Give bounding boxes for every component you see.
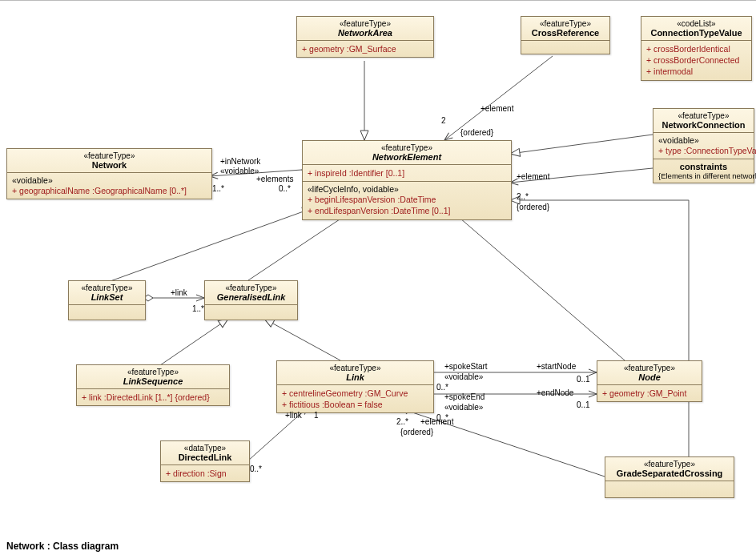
role-voidable: «voidable» (220, 167, 259, 175)
role-link: +link (171, 288, 187, 297)
role-spoke-start: +spokeStart (444, 362, 488, 371)
attr: + centrelineGeometry :GM_Curve (282, 388, 428, 399)
section-label: «lifeCycleInfo, voidable» (308, 184, 506, 194)
role-link-2: +link (285, 411, 302, 420)
role-voidable-2: «voidable» (444, 372, 483, 381)
class-link-set: «featureType» LinkSet (68, 280, 146, 320)
stereotype: «featureType» (12, 151, 207, 160)
mult-two: 2 (441, 116, 446, 125)
mult-one-star-2: 1..* (192, 304, 204, 313)
attr: + direction :Sign (166, 468, 244, 479)
mult-zero-star-4: 0..* (250, 464, 262, 473)
constraints-text: {Elements in different networks} (658, 171, 749, 180)
stereotype: «featureType» (74, 284, 140, 292)
stereotype: «codeList» (646, 19, 746, 28)
attr: + crossBorderConnected (646, 54, 746, 66)
class-name: Link (282, 372, 428, 382)
stereotype: «featureType» (602, 364, 697, 372)
role-element-3: +element (420, 417, 453, 426)
class-name: ConnectionTypeValue (646, 28, 746, 38)
attr: + geographicalName :GeographicalName [0.… (12, 185, 207, 196)
attr: + intermodal (646, 66, 746, 77)
class-node: «featureType» Node + geometry :GM_Point (597, 360, 702, 402)
class-directed-link: «dataType» DirectedLink + direction :Sig… (160, 440, 250, 482)
stereotype: «featureType» (658, 111, 749, 120)
mult-zero-star: 0..* (279, 184, 291, 193)
stereotype: «featureType» (282, 364, 428, 372)
role-spoke-end: +spokeEnd (444, 392, 485, 401)
class-connection-type-value: «codeList» ConnectionTypeValue + crossBo… (641, 16, 752, 81)
attr: + geometry :GM_Point (602, 388, 697, 399)
class-name: GeneralisedLink (210, 292, 292, 302)
ordered-2: {ordered} (517, 203, 549, 211)
class-network: «featureType» Network «voidable» + geogr… (6, 148, 212, 199)
stereotype: «featureType» (526, 19, 605, 28)
mult-two-star: 2..* (517, 192, 529, 201)
role-elements: +elements (256, 175, 293, 183)
role-end-node: +endNode (537, 388, 573, 397)
attr: + type :ConnectionTypeValue (658, 145, 749, 156)
stereotype: «featureType» (308, 143, 506, 152)
class-grade-separated-crossing: «featureType» GradeSeparatedCrossing (605, 456, 734, 498)
attr: + crossBorderIdentical (646, 43, 746, 54)
class-name: DirectedLink (166, 452, 244, 462)
mult-zero-star-2: 0..* (436, 383, 448, 392)
stereotype: «dataType» (166, 444, 244, 452)
section-label: «voidable» (12, 175, 207, 185)
attr: + endLifespanVersion :DateTime [0..1] (308, 205, 506, 216)
class-name: NetworkArea (302, 28, 428, 38)
mult-two-star-2: 2..* (396, 417, 408, 426)
section-label: «voidable» (658, 135, 749, 145)
class-generalised-link: «featureType» GeneralisedLink (204, 280, 298, 320)
class-name: Node (602, 372, 697, 382)
mult-zero-one-2: 0..1 (577, 400, 590, 409)
role-element-2: +element (517, 172, 549, 181)
diagram-canvas: «featureType» NetworkArea + geometry :GM… (0, 0, 756, 559)
attr: + inspireId :Identifier [0..1] (308, 167, 506, 179)
stereotype: «featureType» (302, 19, 428, 28)
class-name: NetworkConnection (658, 120, 749, 130)
class-name: Network (12, 160, 207, 170)
stereotype: «featureType» (82, 368, 224, 376)
class-network-area: «featureType» NetworkArea + geometry :GM… (296, 16, 434, 58)
mult-one: 1 (314, 411, 319, 420)
role-in-network: +inNetwork (220, 157, 260, 166)
stereotype: «featureType» (610, 460, 729, 469)
attr: + fictitious :Boolean = false (282, 399, 428, 410)
mult-zero-one: 0..1 (577, 375, 590, 384)
class-name: NetworkElement (308, 152, 506, 162)
class-network-element: «featureType» NetworkElement + inspireId… (302, 140, 512, 220)
attr: + geometry :GM_Surface (302, 43, 428, 54)
class-name: LinkSet (74, 292, 140, 302)
role-element-1: +element (481, 104, 513, 113)
class-name: LinkSequence (82, 376, 224, 386)
role-voidable-3: «voidable» (444, 403, 483, 412)
class-network-connection: «featureType» NetworkConnection «voidabl… (653, 108, 754, 183)
class-cross-reference: «featureType» CrossReference (521, 16, 610, 54)
mult-one-star: 1..* (212, 184, 224, 193)
ordered-1: {ordered} (460, 128, 493, 137)
class-link: «featureType» Link + centrelineGeometry … (276, 360, 434, 413)
constraints-header: constraints (658, 162, 749, 171)
stereotype: «featureType» (210, 284, 292, 292)
class-name: CrossReference (526, 28, 605, 38)
class-name: GradeSeparatedCrossing (610, 469, 729, 478)
attr: + link :DirectedLink [1..*] {ordered} (82, 392, 224, 403)
role-start-node: +startNode (537, 362, 576, 371)
class-link-sequence: «featureType» LinkSequence + link :Direc… (76, 364, 230, 406)
diagram-title: Network : Class diagram (6, 541, 119, 552)
ordered-3: {ordered} (400, 428, 433, 436)
attr: + beginLifespanVersion :DateTime (308, 194, 506, 205)
